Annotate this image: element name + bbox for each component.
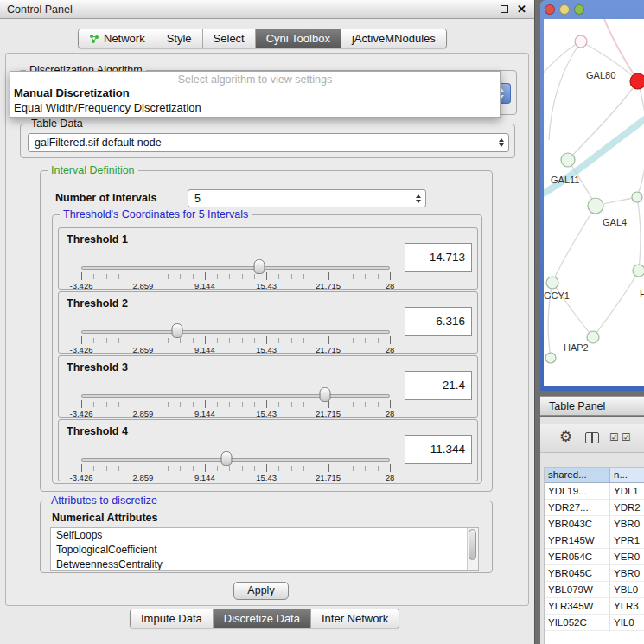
cell[interactable]: YPR145W: [545, 532, 610, 548]
list-item[interactable]: SelfLoops: [51, 528, 478, 543]
network-view-window: GAL80 GAL11 GAL4 GCY1 HAP2 H: [540, 0, 644, 391]
float-window-icon[interactable]: [501, 5, 508, 13]
threshold-slider[interactable]: -3.426 2.859 9.144 15.43 21.715 28: [81, 384, 390, 417]
cell[interactable]: YBR043C: [545, 516, 610, 532]
threshold-value-field[interactable]: 6.316: [405, 307, 472, 336]
table-row[interactable]: YDR27...YDR2: [545, 500, 644, 516]
mac-zoom-icon[interactable]: [574, 4, 584, 15]
apply-button[interactable]: Apply: [233, 582, 289, 600]
network-node[interactable]: [546, 277, 558, 289]
network-canvas[interactable]: GAL80 GAL11 GAL4 GCY1 HAP2 H: [544, 19, 644, 386]
close-icon[interactable]: ✕: [517, 3, 526, 16]
cell[interactable]: YBR0: [610, 565, 644, 581]
selected-network-node[interactable]: [630, 73, 644, 89]
slider-track[interactable]: [81, 266, 390, 270]
tab-label: Impute Data: [141, 612, 202, 625]
group-title: Table Data: [28, 118, 86, 130]
threshold-slider[interactable]: -3.426 2.859 9.144 15.43 21.715 28: [81, 448, 390, 481]
tab-network[interactable]: Network: [79, 29, 156, 48]
table-row[interactable]: YPR145WYPR1: [545, 532, 644, 549]
slider-ticks: [81, 338, 390, 343]
chevron-down-icon: [499, 143, 504, 147]
cell[interactable]: YIL052C: [545, 615, 610, 630]
table-header-row: shared... n...: [545, 468, 644, 483]
network-node[interactable]: [545, 353, 556, 363]
columns-icon[interactable]: [585, 432, 599, 443]
cell[interactable]: YDL1: [610, 483, 644, 499]
column-header-shared-name[interactable]: shared...: [545, 468, 610, 482]
cell[interactable]: YIL0: [610, 615, 644, 630]
node-attribute-table: shared... n... YDL19...YDL1 YDR27...YDR2…: [544, 467, 644, 644]
network-node[interactable]: [575, 35, 587, 48]
slider-thumb[interactable]: [253, 259, 265, 274]
mac-close-icon[interactable]: [545, 4, 555, 15]
cell[interactable]: YPR1: [610, 532, 644, 548]
num-intervals-combobox[interactable]: 5: [188, 189, 426, 207]
table-row[interactable]: YBR043CYBR0: [545, 516, 644, 532]
threshold-slider[interactable]: -3.426 2.859 9.144 15.43 21.715 28: [81, 320, 390, 353]
table-row[interactable]: YDL19...YDL1: [545, 483, 644, 500]
cell[interactable]: YLR3: [610, 598, 644, 614]
cell[interactable]: YER054C: [545, 549, 610, 564]
node-label: HAP2: [564, 342, 589, 353]
mac-minimize-icon[interactable]: [559, 4, 570, 15]
network-node[interactable]: [561, 153, 575, 167]
network-node[interactable]: [632, 192, 642, 202]
tab-style[interactable]: Style: [156, 29, 203, 48]
list-item[interactable]: TopologicalCoefficient: [51, 543, 478, 558]
cell[interactable]: YDR2: [610, 500, 644, 515]
network-icon: [89, 34, 99, 44]
cell[interactable]: YBL0: [610, 582, 644, 597]
dropdown-item-manual-discretization[interactable]: Manual Discretization: [10, 86, 500, 100]
checkbox-icon[interactable]: ☑: [609, 431, 619, 443]
table-data-combobox[interactable]: galFiltered.sif default node: [28, 133, 509, 152]
column-header-name[interactable]: n...: [610, 468, 644, 482]
cell[interactable]: YBR0: [610, 516, 644, 532]
dropdown-item-equal-width-frequency[interactable]: Equal Width/Frequency Discretization: [10, 100, 500, 115]
control-panel-window: Control Panel ✕ Network Style Select Cyn…: [0, 0, 535, 644]
slider-thumb[interactable]: [220, 451, 232, 466]
cell[interactable]: YER0: [610, 549, 644, 564]
slider-track[interactable]: [81, 394, 390, 398]
slider-ticks: [81, 402, 390, 407]
interval-definition-group: Interval Definition Number of Intervals …: [40, 170, 493, 492]
cell[interactable]: YBL079W: [545, 582, 610, 597]
table-row[interactable]: YBL079WYBL0: [545, 582, 644, 598]
chevron-down-icon: [416, 200, 421, 203]
checkbox-icon[interactable]: ☑: [622, 431, 631, 443]
slider-scale: -3.426 2.859 9.144 15.43 21.715 28: [81, 473, 390, 482]
slider-track[interactable]: [81, 330, 390, 334]
tab-label: Infer Network: [322, 612, 388, 625]
slider-track[interactable]: [81, 458, 390, 462]
cell[interactable]: YLR345W: [545, 598, 610, 614]
tab-label: Network: [104, 32, 145, 45]
threshold-value-field[interactable]: 21.4: [405, 371, 472, 400]
group-title: Interval Definition: [48, 164, 138, 176]
combobox-arrows: [416, 194, 421, 203]
tab-infer-network[interactable]: Infer Network: [311, 609, 399, 628]
network-node[interactable]: [588, 198, 603, 214]
tab-jactivemodules[interactable]: jActiveMNodules: [341, 29, 446, 48]
table-row[interactable]: YER054CYER0: [545, 549, 644, 565]
network-node[interactable]: [633, 265, 644, 277]
slider-thumb[interactable]: [171, 323, 182, 338]
tab-impute-data[interactable]: Impute Data: [131, 609, 214, 628]
threshold-value-field[interactable]: 14.713: [405, 243, 472, 272]
table-row[interactable]: YIL052CYIL0: [545, 615, 644, 631]
list-item[interactable]: BetweennessCentrality: [51, 558, 478, 571]
threshold-slider[interactable]: -3.426 2.859 9.144 15.43 21.715 28: [81, 256, 390, 289]
slider-thumb[interactable]: [320, 387, 331, 402]
tab-select[interactable]: Select: [203, 29, 256, 48]
scrollbar-thumb[interactable]: [469, 529, 476, 560]
attribute-list-scrollbar[interactable]: [467, 528, 478, 570]
tab-discretize-data[interactable]: Discretize Data: [214, 609, 311, 628]
network-node[interactable]: [587, 331, 599, 343]
table-row[interactable]: YLR345WYLR3: [545, 598, 644, 615]
cell[interactable]: YDL19...: [545, 483, 610, 499]
cell[interactable]: YDR27...: [545, 500, 610, 515]
table-row[interactable]: YBR045CYBR0: [545, 565, 644, 582]
tab-cyni-toolbox[interactable]: Cyni Toolbox: [256, 29, 341, 48]
threshold-value-field[interactable]: 11.344: [405, 435, 472, 464]
gear-icon[interactable]: ⚙: [559, 430, 572, 445]
cell[interactable]: YBR045C: [545, 565, 610, 581]
